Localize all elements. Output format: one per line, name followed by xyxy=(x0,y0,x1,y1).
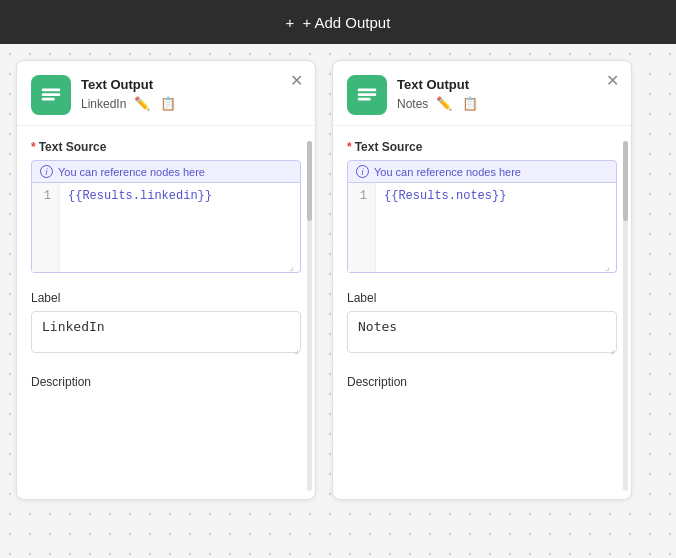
textarea-resize-linkedin: ⌟ xyxy=(294,344,299,355)
top-bar[interactable]: + + Add Output xyxy=(0,0,676,44)
description-label-notes: Description xyxy=(347,375,617,389)
hint-text-linkedin: You can reference nodes here xyxy=(58,166,205,178)
code-content-notes[interactable]: {{Results.notes}} xyxy=(376,183,616,272)
svg-rect-5 xyxy=(358,98,371,101)
copy-linkedin-button[interactable]: 📋 xyxy=(158,94,178,113)
hint-text-notes: You can reference nodes here xyxy=(374,166,521,178)
description-label-linkedin: Description xyxy=(31,375,301,389)
reference-hint-linkedin: i You can reference nodes here xyxy=(31,160,301,183)
label-section-linkedin: Label LinkedIn ⌟ xyxy=(31,291,301,357)
plus-icon: + xyxy=(286,14,295,31)
info-icon-linkedin: i xyxy=(40,165,53,178)
edit-name-linkedin-button[interactable]: ✏️ xyxy=(132,94,152,113)
card-name-notes: Notes xyxy=(397,97,428,111)
text-source-label-linkedin: Text Source xyxy=(39,140,107,154)
svg-rect-1 xyxy=(42,93,60,96)
card-icon-linkedin xyxy=(31,75,71,115)
label-section-notes: Label Notes ⌟ xyxy=(347,291,617,357)
label-input-notes[interactable]: Notes xyxy=(347,311,617,353)
info-icon-notes: i xyxy=(356,165,369,178)
card-type-linkedin: Text Output xyxy=(81,77,301,92)
textarea-resize-notes: ⌟ xyxy=(610,344,615,355)
code-editor-notes[interactable]: 1 {{Results.notes}} ⌟ xyxy=(347,183,617,273)
svg-rect-2 xyxy=(42,98,55,101)
required-star-notes: * xyxy=(347,140,352,154)
line-number-linkedin: 1 xyxy=(32,183,60,272)
scrollbar-linkedin xyxy=(307,141,312,491)
close-notes-button[interactable]: ✕ xyxy=(606,73,619,89)
card-notes: Text Output Notes ✏️ 📋 ✕ * Text Source i… xyxy=(332,60,632,500)
close-linkedin-button[interactable]: ✕ xyxy=(290,73,303,89)
resize-handle-notes[interactable]: ⌟ xyxy=(605,261,615,271)
line-number-notes: 1 xyxy=(348,183,376,272)
reference-hint-notes: i You can reference nodes here xyxy=(347,160,617,183)
scrollbar-thumb-notes xyxy=(623,141,628,221)
code-editor-linkedin[interactable]: 1 {{Results.linkedin}} ⌟ xyxy=(31,183,301,273)
scrollbar-notes xyxy=(623,141,628,491)
resize-handle-linkedin[interactable]: ⌟ xyxy=(289,261,299,271)
card-type-notes: Text Output xyxy=(397,77,617,92)
svg-rect-4 xyxy=(358,93,376,96)
scrollbar-thumb-linkedin xyxy=(307,141,312,221)
label-heading-notes: Label xyxy=(347,291,617,305)
edit-name-notes-button[interactable]: ✏️ xyxy=(434,94,454,113)
svg-rect-3 xyxy=(358,89,376,92)
card-icon-notes xyxy=(347,75,387,115)
add-output-label: + Add Output xyxy=(302,14,390,31)
svg-rect-0 xyxy=(42,89,60,92)
required-star-linkedin: * xyxy=(31,140,36,154)
code-content-linkedin[interactable]: {{Results.linkedin}} xyxy=(60,183,300,272)
card-linkedin: Text Output LinkedIn ✏️ 📋 ✕ * Text Sourc… xyxy=(16,60,316,500)
label-heading-linkedin: Label xyxy=(31,291,301,305)
card-name-linkedin: LinkedIn xyxy=(81,97,126,111)
text-source-label-notes: Text Source xyxy=(355,140,423,154)
copy-notes-button[interactable]: 📋 xyxy=(460,94,480,113)
label-input-linkedin[interactable]: LinkedIn xyxy=(31,311,301,353)
dot-grid: Text Output LinkedIn ✏️ 📋 ✕ * Text Sourc… xyxy=(0,44,676,558)
